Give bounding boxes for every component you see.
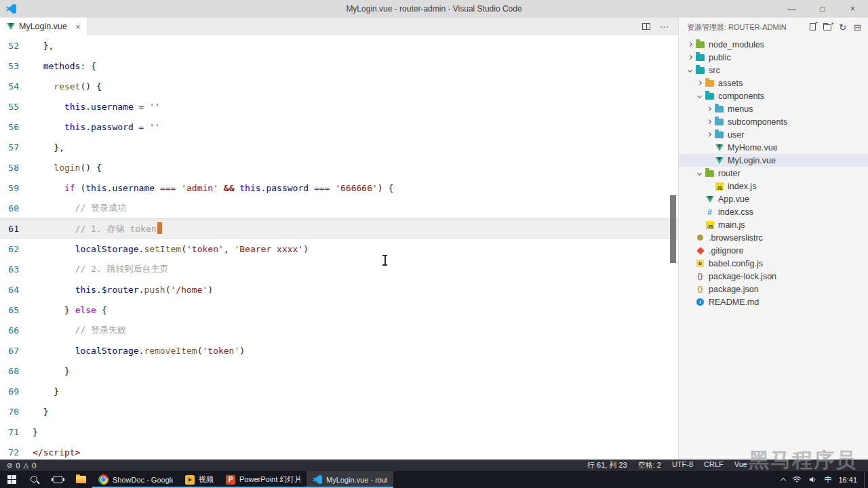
code-line-52[interactable]: 52 }, bbox=[0, 35, 678, 56]
taskbar-chrome[interactable]: ShowDoc - Google ... bbox=[92, 471, 179, 488]
status-item-4[interactable]: Vue bbox=[734, 460, 747, 470]
status-item-3[interactable]: CRLF bbox=[704, 460, 724, 470]
tree-item-node-modules[interactable]: node_modules bbox=[679, 38, 868, 51]
collapse-all-icon[interactable]: ⊟ bbox=[854, 22, 861, 33]
code-token: && bbox=[224, 183, 235, 193]
status-item-1[interactable]: 空格: 2 bbox=[638, 460, 661, 470]
code-line-60[interactable]: 60 // 登录成功 bbox=[0, 198, 678, 218]
maximize-button[interactable]: □ bbox=[807, 0, 837, 18]
tree-item-public[interactable]: public bbox=[679, 51, 868, 64]
tree-item-components[interactable]: components bbox=[679, 89, 868, 102]
tree-item-main-js[interactable]: JSmain.js bbox=[679, 218, 868, 231]
code-line-54[interactable]: 54 reset() { bbox=[0, 76, 678, 96]
folder-icon bbox=[694, 41, 706, 48]
tree-item--gitignore[interactable]: .gitignore bbox=[679, 244, 868, 257]
minimize-button[interactable]: — bbox=[776, 0, 807, 18]
tree-item-package-lock-json[interactable]: {}package-lock.json bbox=[679, 270, 868, 283]
tree-item-assets[interactable]: assets bbox=[679, 77, 868, 89]
tree-item-index-css[interactable]: #index.css bbox=[679, 205, 868, 218]
code-line-67[interactable]: 67 localStorage.removeItem('token') bbox=[0, 340, 678, 361]
refresh-icon[interactable]: ↻ bbox=[839, 22, 846, 33]
taskbar-video[interactable]: 视频 bbox=[179, 471, 220, 488]
editor-column: MyLogin.vue × ⋯ 52 },53 methods: {54 res… bbox=[0, 18, 678, 460]
split-editor-icon[interactable] bbox=[642, 23, 650, 30]
chevron-down-icon[interactable] bbox=[695, 171, 704, 175]
line-number: 55 bbox=[0, 102, 33, 112]
code-line-66[interactable]: 66 // 登录失败 bbox=[0, 320, 678, 340]
code-line-69[interactable]: 69 } bbox=[0, 381, 678, 401]
code-line-70[interactable]: 70 } bbox=[0, 401, 678, 422]
code-line-55[interactable]: 55 this.username = '' bbox=[0, 96, 678, 117]
tree-item-menus[interactable]: menus bbox=[679, 102, 868, 115]
code-line-64[interactable]: 64 this.$router.push('/home') bbox=[0, 279, 678, 300]
tree-item-myhome-vue[interactable]: MyHome.vue bbox=[679, 141, 868, 154]
chevron-down-icon[interactable] bbox=[695, 94, 704, 98]
start-button[interactable] bbox=[0, 471, 23, 488]
chevron-right-icon[interactable] bbox=[686, 56, 694, 59]
line-number: 63 bbox=[0, 264, 33, 274]
tree-item-mylogin-vue[interactable]: MyLogin.vue bbox=[679, 154, 868, 167]
search-button[interactable] bbox=[23, 471, 46, 488]
chevron-right-icon[interactable] bbox=[686, 43, 694, 46]
chevron-down-icon[interactable] bbox=[686, 68, 694, 72]
file-explorer-button[interactable] bbox=[69, 471, 92, 488]
code-text: }, bbox=[33, 41, 54, 51]
tree-item-app-vue[interactable]: App.vue bbox=[679, 192, 868, 205]
code-line-62[interactable]: 62 localStorage.setItem('token', 'Bearer… bbox=[0, 239, 678, 259]
tree-item-babel-config-js[interactable]: bbabel.config.js bbox=[679, 257, 868, 270]
tree-item-package-json[interactable]: {}package.json bbox=[679, 283, 868, 296]
chevron-right-icon[interactable] bbox=[695, 81, 704, 85]
tab-bar: MyLogin.vue × ⋯ bbox=[0, 18, 678, 35]
show-desktop-button[interactable] bbox=[864, 471, 867, 488]
error-icon: ⊘ bbox=[7, 462, 12, 469]
chevron-right-icon[interactable] bbox=[705, 107, 713, 110]
close-button[interactable]: × bbox=[837, 0, 868, 18]
editor-more-icon[interactable]: ⋯ bbox=[660, 22, 669, 32]
task-view-button[interactable] bbox=[46, 471, 69, 488]
code-line-61[interactable]: 61 // 1. 存储 token bbox=[0, 218, 678, 239]
tab-mylogin-vue[interactable]: MyLogin.vue × bbox=[0, 18, 87, 35]
code-token bbox=[33, 81, 54, 92]
tree-item-index-js[interactable]: JSindex.js bbox=[679, 180, 868, 192]
code-line-68[interactable]: 68 } bbox=[0, 361, 678, 381]
code-token bbox=[33, 183, 64, 193]
code-line-71[interactable]: 71} bbox=[0, 422, 678, 442]
tray-expand-icon[interactable] bbox=[781, 478, 786, 483]
code-line-57[interactable]: 57 }, bbox=[0, 137, 678, 157]
tree-item-readme-md[interactable]: iREADME.md bbox=[679, 296, 868, 308]
taskbar-powerpoint[interactable]: PowerPoint 幻灯片... bbox=[220, 471, 307, 488]
chevron-right-icon[interactable] bbox=[705, 120, 713, 123]
taskbar-vscode[interactable]: MyLogin.vue - rout... bbox=[307, 471, 393, 488]
error-count: 0 bbox=[16, 462, 20, 470]
tree-item-label: MyLogin.vue bbox=[728, 156, 776, 165]
tree-item--browserslistrc[interactable]: .browserslistrc bbox=[679, 231, 868, 244]
title-bar: MyLogin.vue - router-admin - Visual Stud… bbox=[0, 0, 868, 18]
code-line-58[interactable]: 58 login() { bbox=[0, 157, 678, 178]
editor-scrollbar[interactable] bbox=[670, 195, 676, 263]
status-item-0[interactable]: 行 61, 列 23 bbox=[587, 460, 627, 470]
tree-item-user[interactable]: user bbox=[679, 128, 868, 141]
ime-indicator[interactable]: 中 bbox=[824, 474, 831, 485]
code-token: username bbox=[91, 102, 134, 112]
volume-icon[interactable] bbox=[808, 475, 817, 484]
tree-item-src[interactable]: src bbox=[679, 64, 868, 77]
code-line-56[interactable]: 56 this.password = '' bbox=[0, 117, 678, 137]
code-line-59[interactable]: 59 if (this.username === 'admin' && this… bbox=[0, 178, 678, 198]
status-item-2[interactable]: UTF-8 bbox=[672, 460, 693, 470]
code-line-65[interactable]: 65 } else { bbox=[0, 300, 678, 320]
code-line-63[interactable]: 63 // 2. 跳转到后台主页 bbox=[0, 259, 678, 279]
new-folder-icon[interactable] bbox=[823, 23, 831, 32]
code-line-53[interactable]: 53 methods: { bbox=[0, 56, 678, 76]
folder-icon bbox=[713, 131, 725, 138]
tree-item-subcomponents[interactable]: subcomponents bbox=[679, 115, 868, 128]
taskbar-clock[interactable]: 16:41 bbox=[838, 476, 857, 484]
problems-indicator[interactable]: ⊘ 0 △ 0 bbox=[7, 462, 36, 470]
code-line-72[interactable]: 72</script> bbox=[0, 442, 678, 460]
new-file-icon[interactable] bbox=[810, 23, 816, 32]
code-token bbox=[33, 163, 54, 173]
chevron-right-icon[interactable] bbox=[705, 133, 713, 136]
wifi-icon[interactable] bbox=[792, 476, 802, 484]
code-editor[interactable]: 52 },53 methods: {54 reset() {55 this.us… bbox=[0, 35, 678, 460]
tab-close-icon[interactable]: × bbox=[75, 22, 81, 32]
tree-item-router[interactable]: router bbox=[679, 167, 868, 180]
